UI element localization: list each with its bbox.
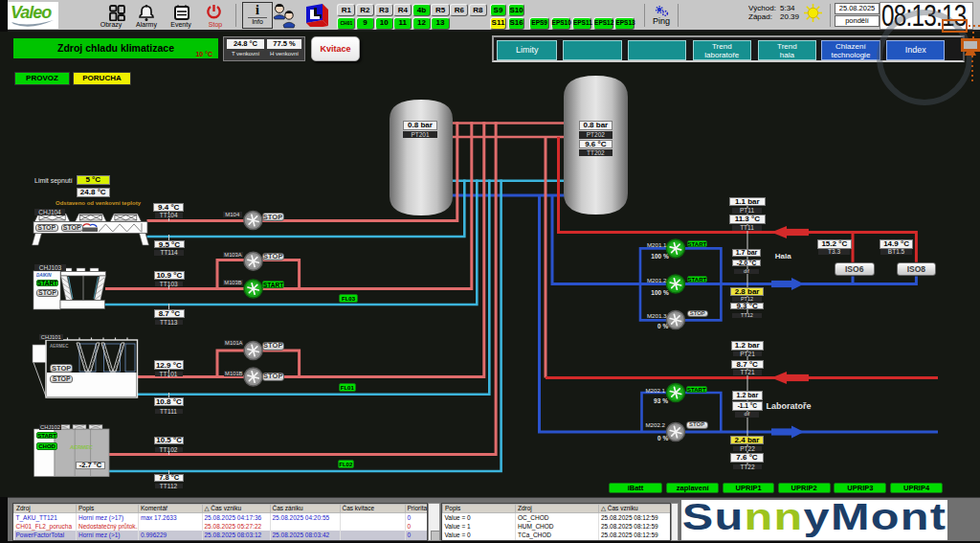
svg-text:AERMEC: AERMEC bbox=[69, 444, 94, 450]
svg-text:AERMEC: AERMEC bbox=[50, 344, 69, 349]
svg-text:DAIKIN: DAIKIN bbox=[36, 273, 52, 278]
